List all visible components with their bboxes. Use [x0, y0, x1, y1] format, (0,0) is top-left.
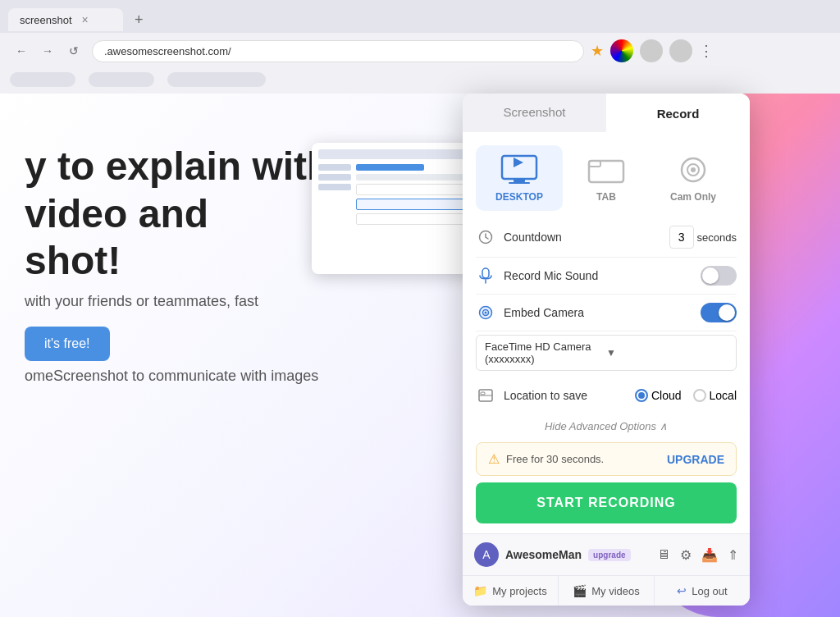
cam-icon	[673, 153, 713, 186]
mode-tab-button[interactable]: TAB	[563, 145, 650, 211]
mode-desktop-label: DESKTOP	[495, 191, 543, 203]
bookmark-item	[167, 72, 266, 87]
headline-line2: video and	[25, 192, 208, 235]
warning-icon: ⚠	[488, 451, 500, 467]
upgrade-bar: ⚠ Free for 30 seconds. UPGRADE	[476, 442, 737, 476]
headline-line1: y to explain with	[25, 144, 331, 188]
mode-desktop-button[interactable]: DESKTOP	[476, 145, 563, 211]
countdown-row: Countdown 3 seconds	[476, 217, 737, 258]
mode-tab-label: TAB	[596, 191, 616, 203]
refresh-button[interactable]: ↺	[62, 39, 85, 62]
tab-screenshot[interactable]: Screenshot	[463, 94, 606, 132]
location-local-option[interactable]: Local	[693, 389, 737, 402]
bookmark-icon[interactable]: ★	[591, 42, 604, 60]
countdown-control[interactable]: 3 seconds	[669, 226, 737, 249]
local-radio-dot	[693, 389, 706, 402]
logout-button[interactable]: ↩ Log out	[654, 576, 750, 606]
screenshot-preview	[312, 143, 476, 274]
countdown-value[interactable]: 3	[669, 226, 694, 249]
forward-button[interactable]: →	[36, 39, 59, 62]
camera-toggle[interactable]	[701, 303, 737, 322]
user-avatar: A	[474, 542, 499, 567]
svg-rect-2	[509, 182, 530, 184]
svg-point-7	[691, 167, 696, 172]
upgrade-badge[interactable]: upgrade	[588, 549, 630, 561]
tab-record[interactable]: Record	[606, 94, 750, 132]
extension-popup: Screenshot Record DESKTOP	[463, 94, 750, 606]
my-videos-button[interactable]: 🎬 My videos	[558, 576, 654, 606]
tab-title: screenshot	[20, 14, 72, 26]
profile-icon[interactable]	[610, 39, 633, 62]
hide-advanced-label: Hide Advanced Options	[545, 420, 656, 432]
location-label: Location to save	[504, 389, 635, 402]
svg-rect-15	[481, 392, 485, 395]
local-label: Local	[710, 389, 737, 402]
chevron-up-icon: ∧	[660, 420, 668, 432]
location-cloud-option[interactable]: Cloud	[635, 389, 682, 402]
footer-user-row: A AwesomeMan upgrade 🖥 ⚙ 📥 ⇑	[463, 534, 750, 575]
popup-footer: A AwesomeMan upgrade 🖥 ⚙ 📥 ⇑ 📁 My projec…	[463, 533, 750, 606]
tab-bar: screenshot × +	[0, 0, 840, 33]
tab-icon	[587, 153, 626, 186]
monitor-icon[interactable]: 🖥	[657, 547, 670, 562]
new-tab-button[interactable]: +	[130, 11, 148, 29]
dropdown-arrow-icon: ▼	[606, 347, 728, 359]
browser-chrome: screenshot × + ← → ↺ .awesomescreenshot.…	[0, 0, 840, 94]
svg-rect-0	[502, 156, 536, 179]
projects-label: My projects	[492, 585, 546, 597]
start-recording-button[interactable]: START RECORDING	[476, 482, 737, 523]
svg-rect-3	[589, 161, 623, 182]
svg-rect-9	[482, 268, 489, 278]
desktop-icon	[500, 153, 539, 186]
mode-cam-label: Cam Only	[670, 191, 716, 203]
camera-device-dropdown[interactable]: FaceTime HD Camera (xxxxxxxx) ▼	[476, 335, 737, 371]
logout-icon: ↩	[677, 584, 687, 597]
projects-icon: 📁	[473, 584, 487, 597]
tab-close-button[interactable]: ×	[79, 13, 92, 26]
upgrade-button[interactable]: UPGRADE	[667, 453, 724, 466]
url-field[interactable]: .awesomescreenshot.com/	[92, 40, 584, 62]
svg-point-13	[485, 312, 487, 314]
location-radio-group: Cloud Local	[635, 389, 737, 402]
countdown-icon	[476, 227, 495, 247]
mic-label: Record Mic Sound	[504, 269, 701, 282]
popup-tabs: Screenshot Record	[463, 94, 750, 132]
nav-buttons: ← → ↺	[10, 39, 85, 62]
footer-nav: 📁 My projects 🎬 My videos ↩ Log out	[463, 575, 750, 606]
videos-label: My videos	[591, 585, 640, 597]
mic-icon	[476, 266, 495, 286]
cloud-radio-dot	[635, 389, 648, 402]
upgrade-notice-text: Free for 30 seconds.	[506, 453, 660, 465]
mic-toggle[interactable]	[701, 266, 737, 286]
menu-dots[interactable]: ⋮	[699, 42, 714, 60]
svg-rect-1	[514, 179, 525, 182]
username: AwesomeMan	[505, 548, 582, 561]
logout-label: Log out	[692, 585, 727, 597]
camera-row: Embed Camera	[476, 295, 737, 331]
options-section: Countdown 3 seconds Record Mic Sound	[463, 217, 750, 414]
hide-advanced-toggle[interactable]: Hide Advanced Options ∧	[463, 414, 750, 439]
bookmark-item	[89, 72, 154, 87]
mic-row: Record Mic Sound	[476, 258, 737, 295]
camera-toggle-knob	[719, 304, 735, 321]
cta-button[interactable]: it's free!	[25, 327, 110, 361]
bookmarks-bar	[0, 69, 840, 94]
active-tab[interactable]: screenshot ×	[8, 8, 123, 31]
countdown-label: Countdown	[504, 231, 669, 244]
address-bar: ← → ↺ .awesomescreenshot.com/ ★ ⋮	[0, 33, 840, 69]
camera-option-icon	[476, 303, 495, 322]
record-modes: DESKTOP TAB Cam Only	[463, 132, 750, 217]
mic-toggle-knob	[702, 267, 719, 284]
back-button[interactable]: ←	[10, 39, 33, 62]
download-icon[interactable]: 📥	[701, 547, 718, 563]
mode-cam-button[interactable]: Cam Only	[650, 145, 737, 211]
camera-device-label: FaceTime HD Camera (xxxxxxxx)	[485, 340, 606, 365]
my-projects-button[interactable]: 📁 My projects	[463, 576, 558, 606]
headline-line3: shot!	[25, 239, 121, 282]
settings-icon[interactable]: ⚙	[680, 547, 692, 563]
location-icon	[476, 386, 495, 405]
bookmark-item	[10, 72, 75, 87]
videos-icon: 🎬	[573, 584, 587, 597]
expand-icon[interactable]: ⇑	[728, 547, 738, 563]
footer-icons: 🖥 ⚙ 📥 ⇑	[657, 547, 738, 563]
